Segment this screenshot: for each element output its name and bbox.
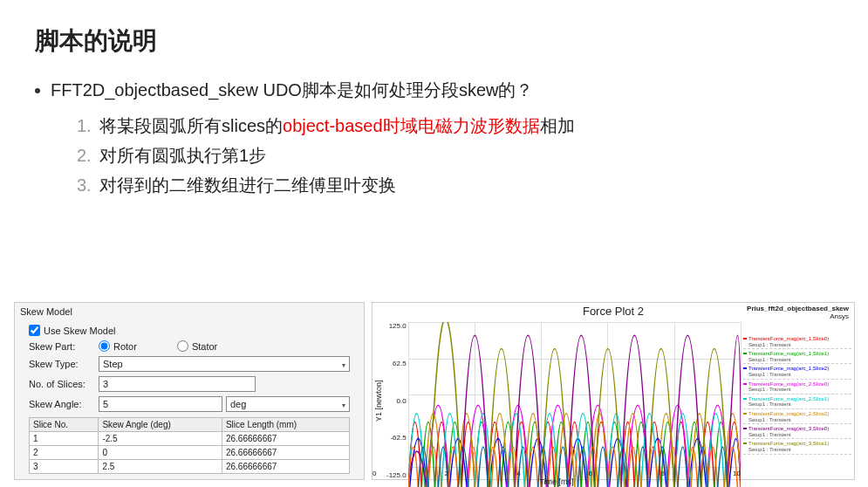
stator-radio[interactable]: Stator bbox=[177, 340, 217, 352]
step-number: 2. bbox=[77, 141, 99, 170]
checkbox-icon[interactable] bbox=[29, 325, 40, 336]
plot-title: Force Plot 2 bbox=[482, 305, 744, 318]
bullet-main: FFT2D_objectbased_skew UDO脚本是如何处理分段skew的… bbox=[35, 79, 833, 102]
checkbox-label: Use Skew Model bbox=[44, 326, 116, 336]
plot-subtitle: Prius_fft2d_objectbased_skew bbox=[747, 305, 849, 312]
chevron-down-icon bbox=[342, 399, 345, 409]
step-2: 2. 对所有圆弧执行第1步 bbox=[77, 141, 833, 170]
waveforms bbox=[408, 322, 741, 487]
slices-label: No. of Slices: bbox=[29, 379, 99, 389]
slide-title: 脚本的说明 bbox=[35, 24, 833, 58]
skew-type-select[interactable]: Step bbox=[99, 356, 350, 372]
step-number: 1. bbox=[77, 111, 99, 141]
chevron-down-icon bbox=[342, 359, 345, 369]
legend-item[interactable]: TransientForce_mag(arc_3,Slice0)Setup1 :… bbox=[743, 425, 851, 439]
col-header: Slice No. bbox=[30, 418, 99, 432]
y-ticks: 125.0 62.5 0.0 -62.5 -125.0 bbox=[385, 322, 408, 479]
panel-header: Skew Model bbox=[20, 306, 359, 317]
legend-item[interactable]: TransientForce_mag(arc_1,Slice1)Setup1 :… bbox=[743, 350, 851, 364]
legend-item[interactable]: TransientForce_mag(arc_2,Slice0)Setup1 :… bbox=[743, 381, 851, 394]
col-header: Slice Length (mm) bbox=[222, 418, 349, 432]
x-axis-label: Time [ms] bbox=[372, 477, 741, 486]
use-skew-checkbox[interactable]: Use Skew Model bbox=[29, 325, 350, 336]
radio-icon[interactable] bbox=[177, 340, 188, 352]
skew-part-label: Skew Part: bbox=[29, 341, 99, 352]
table-header: Slice No. Skew Angle (deg) Slice Length … bbox=[30, 418, 350, 432]
table-row[interactable]: 32.526.66666667 bbox=[30, 460, 350, 474]
y-axis-label: Y1 [newton] bbox=[372, 322, 385, 479]
plot-legend: TransientForce_mag(arc_1,Slice0)Setup1 :… bbox=[742, 334, 852, 456]
step-number: 3. bbox=[77, 170, 99, 200]
step-3: 3. 对得到的二维数组进行二维傅里叶变换 bbox=[77, 170, 833, 200]
force-plot-panel: Force Plot 2 Prius_fft2d_objectbased_ske… bbox=[372, 302, 855, 480]
step-text: 对所有圆弧执行第1步 bbox=[99, 141, 266, 170]
skew-type-label: Skew Type: bbox=[29, 359, 99, 369]
bullet-text: FFT2D_objectbased_skew UDO脚本是如何处理分段skew的… bbox=[51, 79, 533, 102]
col-header: Skew Angle (deg) bbox=[99, 418, 222, 432]
slices-input[interactable]: 3 bbox=[99, 376, 256, 392]
radio-icon[interactable] bbox=[99, 340, 110, 352]
angle-label: Skew Angle: bbox=[29, 399, 99, 409]
slice-table: Slice No. Skew Angle (deg) Slice Length … bbox=[29, 417, 350, 474]
table-row[interactable]: 2026.66666667 bbox=[30, 446, 350, 460]
x-ticks: 0 2 4 6 8 10 bbox=[372, 470, 741, 477]
step-text: 将某段圆弧所有slices的object-based时域电磁力波形数据相加 bbox=[99, 111, 575, 141]
step-1: 1. 将某段圆弧所有slices的object-based时域电磁力波形数据相加 bbox=[77, 111, 833, 141]
angle-unit-select[interactable]: deg bbox=[226, 396, 350, 412]
skew-model-panel: Skew Model Use Skew Model Skew Part: Rot… bbox=[14, 302, 365, 480]
bullet-icon bbox=[35, 88, 40, 93]
legend-item[interactable]: TransientForce_mag(arc_1,Slice2)Setup1 :… bbox=[743, 365, 851, 379]
legend-item[interactable]: TransientForce_mag(arc_1,Slice0)Setup1 :… bbox=[743, 335, 851, 349]
legend-item[interactable]: TransientForce_mag(arc_2,Slice2)Setup1 :… bbox=[743, 410, 851, 424]
brand-label: Ansys bbox=[830, 312, 849, 320]
legend-item[interactable]: TransientForce_mag(arc_3,Slice1)Setup1 :… bbox=[743, 440, 851, 454]
rotor-radio[interactable]: Rotor bbox=[99, 340, 137, 352]
step-text: 对得到的二维数组进行二维傅里叶变换 bbox=[99, 170, 396, 200]
table-row[interactable]: 1-2.526.66666667 bbox=[30, 432, 350, 446]
legend-item[interactable]: TransientForce_mag(arc_2,Slice1)Setup1 :… bbox=[743, 395, 851, 409]
angle-input[interactable]: 5 bbox=[99, 396, 222, 412]
plot-area[interactable] bbox=[408, 322, 741, 467]
